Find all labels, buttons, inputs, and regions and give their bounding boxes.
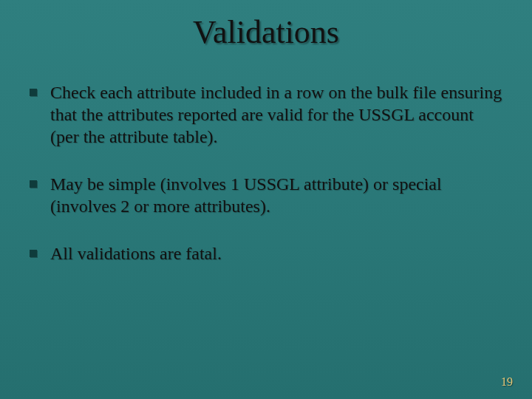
bullet-text: All validations are fatal. [50,242,502,265]
list-item: All validations are fatal. [30,242,502,265]
bullet-icon [30,180,37,188]
bullet-icon [30,250,37,257]
slide-body: Check each attribute included in a row o… [30,81,502,290]
slide: Validations Check each attribute include… [0,0,532,399]
slide-title: Validations [0,13,532,51]
list-item: Check each attribute included in a row o… [30,81,502,148]
bullet-icon [30,89,37,96]
bullet-text: Check each attribute included in a row o… [50,81,502,148]
bullet-text: May be simple (involves 1 USSGL attribut… [50,173,502,217]
page-number: 19 [501,375,513,389]
list-item: May be simple (involves 1 USSGL attribut… [30,173,502,217]
